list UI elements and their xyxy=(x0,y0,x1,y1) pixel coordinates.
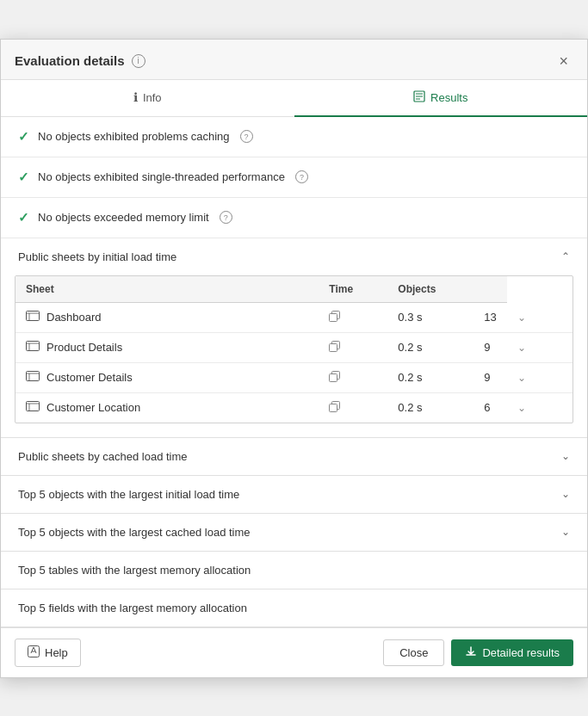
cell-time-product: 0.2 s xyxy=(387,332,473,362)
section-public-sheets-load: Public sheets by initial load time ⌃ She… xyxy=(1,238,587,438)
svg-rect-8 xyxy=(330,313,337,321)
table-row: Customer Location xyxy=(15,392,573,423)
section-top5-memory-fields-title: Top 5 fields with the largest memory all… xyxy=(18,602,247,614)
cell-objects-dashboard: 13 xyxy=(473,302,506,332)
col-sheet: Sheet xyxy=(15,276,319,303)
cell-expand-product[interactable]: ⌄ xyxy=(507,332,573,362)
check-single-thread: ✓ No objects exhibited single-threaded p… xyxy=(1,157,587,198)
check-single-thread-icon: ✓ xyxy=(18,170,29,185)
cell-copy-customer-location xyxy=(319,392,387,423)
cell-copy-dashboard xyxy=(319,302,387,332)
copy-icon-customer-location[interactable] xyxy=(329,402,340,415)
cell-objects-customer-location: 6 xyxy=(473,392,506,423)
results-tab-icon xyxy=(413,90,425,105)
copy-icon-product[interactable] xyxy=(329,342,340,355)
section-top5-initial-title: Top 5 objects with the largest initial l… xyxy=(18,488,239,501)
svg-rect-19 xyxy=(27,402,40,411)
sheet-icon-dashboard xyxy=(26,311,40,324)
check-memory: ✓ No objects exceeded memory limit ? xyxy=(1,198,587,238)
cell-expand-dashboard[interactable]: ⌄ xyxy=(507,302,573,332)
check-caching-help-icon[interactable]: ? xyxy=(240,130,253,143)
sheet-icon-customer-location xyxy=(26,401,40,414)
sheet-name-customer-details: Customer Details xyxy=(46,371,133,384)
sheet-cell-customer-details: Customer Details xyxy=(15,362,319,392)
close-icon-button[interactable]: × xyxy=(554,52,573,71)
tab-info-label: Info xyxy=(143,91,162,104)
section-public-sheets-cached: Public sheets by cached load time ⌄ xyxy=(1,438,587,476)
col-action xyxy=(473,276,506,303)
svg-rect-9 xyxy=(27,342,40,351)
tab-results[interactable]: Results xyxy=(294,80,588,117)
check-memory-text: No objects exceeded memory limit xyxy=(38,211,209,224)
modal-title: Evaluation details xyxy=(15,53,125,68)
sheet-name-product: Product Details xyxy=(46,341,122,354)
check-memory-help-icon[interactable]: ? xyxy=(220,211,232,224)
modal-header: Evaluation details i × xyxy=(1,40,587,80)
col-time: Time xyxy=(319,276,387,303)
section-top5-cached-title: Top 5 objects with the largest cached lo… xyxy=(18,526,251,539)
cell-time-customer-location: 0.2 s xyxy=(387,392,473,423)
section-top5-memory-tables-title: Top 5 tables with the largest memory all… xyxy=(18,564,251,577)
section-top5-cached-chevron: ⌄ xyxy=(561,526,570,538)
svg-rect-14 xyxy=(27,372,40,381)
detailed-results-button[interactable]: Detailed results xyxy=(451,639,573,666)
cell-time-dashboard: 0.3 s xyxy=(387,302,473,332)
row-chevron-customer-details: ⌄ xyxy=(517,372,526,384)
tab-bar: ℹ Info Results xyxy=(1,80,587,117)
svg-rect-13 xyxy=(330,343,337,351)
help-icon xyxy=(28,645,40,660)
svg-rect-18 xyxy=(330,373,337,381)
copy-icon-dashboard[interactable] xyxy=(329,312,340,324)
tab-results-label: Results xyxy=(430,91,467,104)
cell-objects-customer-details: 9 xyxy=(473,362,506,392)
cell-expand-customer-location[interactable]: ⌄ xyxy=(507,392,573,423)
close-button[interactable]: Close xyxy=(383,639,444,666)
evaluation-details-modal: Evaluation details i × ℹ Info Results xyxy=(0,39,588,678)
check-memory-icon: ✓ xyxy=(18,210,29,225)
section-top5-cached: Top 5 objects with the largest cached lo… xyxy=(1,514,587,552)
check-caching-text: No objects exhibited problems caching xyxy=(38,130,230,143)
modal-body: ✓ No objects exhibited problems caching … xyxy=(1,117,587,627)
cell-expand-customer-details[interactable]: ⌄ xyxy=(507,362,573,392)
sheet-icon-product xyxy=(26,341,40,354)
table-row: Dashboard xyxy=(15,302,573,332)
section-top5-cached-header[interactable]: Top 5 objects with the largest cached lo… xyxy=(1,514,587,551)
section-public-sheets-cached-title: Public sheets by cached load time xyxy=(18,450,188,463)
sheet-cell-dashboard: Dashboard xyxy=(15,302,319,332)
cell-copy-product xyxy=(319,332,387,362)
sheet-name-dashboard: Dashboard xyxy=(46,311,102,324)
section-public-sheets-load-chevron: ⌃ xyxy=(561,250,570,262)
svg-rect-4 xyxy=(27,312,40,321)
section-top5-memory-tables-header[interactable]: Top 5 tables with the largest memory all… xyxy=(1,552,587,589)
cell-objects-product: 9 xyxy=(473,332,506,362)
svg-rect-23 xyxy=(330,404,337,411)
section-public-sheets-cached-header[interactable]: Public sheets by cached load time ⌄ xyxy=(1,438,587,475)
check-caching: ✓ No objects exhibited problems caching … xyxy=(1,117,587,157)
detailed-results-label: Detailed results xyxy=(482,646,560,659)
section-top5-memory-fields: Top 5 fields with the largest memory all… xyxy=(1,589,587,627)
copy-icon-customer-details[interactable] xyxy=(329,372,340,385)
section-top5-memory-tables: Top 5 tables with the largest memory all… xyxy=(1,552,587,589)
section-top5-memory-fields-header[interactable]: Top 5 fields with the largest memory all… xyxy=(1,589,587,626)
section-top5-initial: Top 5 objects with the largest initial l… xyxy=(1,476,587,514)
section-top5-initial-chevron: ⌄ xyxy=(561,488,570,500)
sheet-cell-customer-location: Customer Location xyxy=(15,392,319,423)
modal-title-row: Evaluation details i xyxy=(15,53,145,68)
table-row: Product Details xyxy=(15,332,573,362)
check-single-thread-help-icon[interactable]: ? xyxy=(295,170,308,183)
section-top5-initial-header[interactable]: Top 5 objects with the largest initial l… xyxy=(1,476,587,513)
row-chevron-customer-location: ⌄ xyxy=(517,402,526,414)
section-public-sheets-cached-chevron: ⌄ xyxy=(561,450,570,462)
help-button[interactable]: Help xyxy=(15,639,81,667)
row-chevron-dashboard: ⌄ xyxy=(517,312,526,324)
sheet-cell-product: Product Details xyxy=(15,332,319,362)
tab-info[interactable]: ℹ Info xyxy=(1,80,294,117)
section-public-sheets-load-title: Public sheets by initial load time xyxy=(18,250,176,263)
sheets-table-wrapper: Sheet Time Objects xyxy=(15,275,573,423)
info-tab-icon: ℹ xyxy=(133,90,138,104)
table-row: Customer Details xyxy=(15,362,573,392)
sheet-icon-customer-details xyxy=(26,371,40,384)
section-public-sheets-load-header[interactable]: Public sheets by initial load time ⌃ xyxy=(1,238,587,275)
help-label: Help xyxy=(45,646,68,659)
title-info-icon[interactable]: i xyxy=(132,54,145,68)
